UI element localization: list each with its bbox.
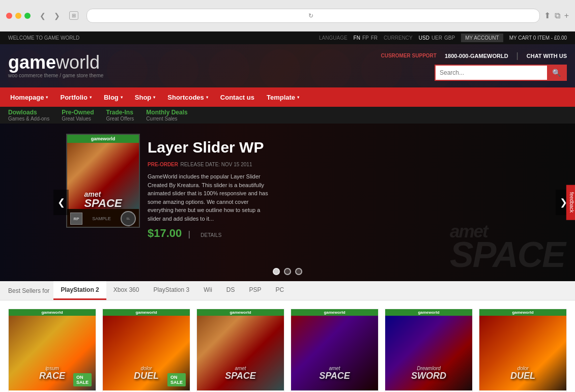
subnav-preowned-title: Pre-Owned xyxy=(62,109,94,116)
lang-fr-button[interactable]: FR xyxy=(371,35,378,41)
lang-fp-button[interactable]: FP xyxy=(362,35,369,41)
cart-button[interactable]: MY CART 0 ITEM - £0.00 xyxy=(509,35,567,41)
product-card-2[interactable]: gameworld dolorDUEL ONSALE PSP Fat Princ… xyxy=(102,309,190,392)
hero-dot-1[interactable] xyxy=(273,268,280,275)
game-box-image: amet SPACE xyxy=(67,143,139,209)
tab-xbox360[interactable]: Xbox 360 xyxy=(106,281,147,300)
my-account-button[interactable]: MY ACCOUNT xyxy=(461,34,503,42)
subnav-downloads[interactable]: Dowloads Games & Add-ons xyxy=(8,109,49,122)
nav-shop-label: Shop xyxy=(135,94,152,101)
tab-pc[interactable]: PC xyxy=(269,281,292,300)
maximize-dot[interactable] xyxy=(24,13,31,19)
hero-release-date: RELEASE DATE: NOV 15 2011 xyxy=(180,162,252,167)
tab-wii[interactable]: Wii xyxy=(196,281,219,300)
cover-sub-6: dolor xyxy=(510,366,535,371)
nav-shortcodes[interactable]: Shortcodes ▾ xyxy=(161,87,214,107)
support-number: 1800-000-GAMEWORLD xyxy=(445,53,508,59)
rating-badge: RP xyxy=(70,213,82,225)
browser-tabs-button[interactable]: ⊞ xyxy=(69,11,78,20)
product-card-6[interactable]: gameworld dolorDUEL 3Ds Zelda-A Link Bet… xyxy=(479,309,567,392)
browser-forward-button[interactable]: ❯ xyxy=(51,11,63,21)
cover-sub-4: amet xyxy=(319,366,350,371)
hero-dot-2[interactable] xyxy=(284,268,291,275)
currency-gbp-button[interactable]: GBP xyxy=(444,35,455,41)
tab-ps3[interactable]: PlayStation 3 xyxy=(146,281,196,300)
nav-portfolio-label: Portfolio xyxy=(60,94,87,101)
main-nav: Homepage ▾ Portfolio ▾ Blog ▾ Shop ▾ Sho… xyxy=(0,87,575,107)
nav-shop[interactable]: Shop ▾ xyxy=(129,87,162,107)
product-cover-1: gameworld ipsumRACE ONSALE xyxy=(9,309,96,390)
welcome-text: WELCOME TO GAME WORLD xyxy=(8,35,79,41)
browser-window-button[interactable]: ⧉ xyxy=(555,11,560,20)
browser-chrome: ❮ ❯ ⊞ ↻ ⬆ ⧉ + xyxy=(0,0,575,32)
template-arrow-icon: ▾ xyxy=(297,95,299,100)
sale-badge-1: ONSALE xyxy=(73,373,92,386)
logo-world: world xyxy=(56,52,100,73)
hero-price: $17.00 xyxy=(148,227,182,239)
search-input[interactable] xyxy=(436,66,547,79)
search-button[interactable]: 🔍 xyxy=(547,66,566,80)
browser-nav-buttons: ❮ ❯ xyxy=(37,11,63,21)
subnav-tradeins-desc: Great Offers xyxy=(106,116,134,122)
browser-address-bar[interactable]: ↻ xyxy=(87,9,540,23)
portfolio-arrow-icon: ▾ xyxy=(90,95,92,100)
product-card-1[interactable]: gameworld ipsumRACE ONSALE PSP Pixel Jun… xyxy=(8,309,96,392)
hero-dots xyxy=(273,268,302,275)
logo-text: gameworld xyxy=(8,53,103,72)
nav-template[interactable]: Template ▾ xyxy=(261,87,305,107)
cover-sub-2: dolor xyxy=(134,366,159,371)
homepage-arrow-icon: ▾ xyxy=(46,95,48,100)
browser-back-button[interactable]: ❮ xyxy=(37,11,49,21)
browser-share-button[interactable]: ⬆ xyxy=(544,11,551,20)
sample-label: SAMPLE xyxy=(92,216,111,221)
product-image-5: gameworld DreamlordSWORD xyxy=(385,309,472,390)
cover-text-2: dolorDUEL xyxy=(134,366,159,380)
tab-psp[interactable]: PSP xyxy=(242,281,269,300)
lang-fn-button[interactable]: FN xyxy=(354,35,360,41)
nav-portfolio[interactable]: Portfolio ▾ xyxy=(54,87,97,107)
subnav-downloads-title: Dowloads xyxy=(8,109,49,116)
header: gameworld woo commerce theme / game stor… xyxy=(0,44,575,87)
tab-ps2[interactable]: PlayStation 2 xyxy=(53,281,106,300)
product-card-5[interactable]: gameworld DreamlordSWORD 360 Legend of G… xyxy=(385,309,473,392)
hero-details-link[interactable]: DETAILS xyxy=(200,232,221,238)
minimize-dot[interactable] xyxy=(15,13,21,19)
subnav-preowned-desc: Great Values xyxy=(62,116,94,122)
sample-badge: SL xyxy=(121,211,136,226)
site: WELCOME TO GAME WORLD LANGUAGE FN FP FR … xyxy=(0,32,575,392)
hero-prev-button[interactable]: ❮ xyxy=(53,190,69,215)
product-cover-3: gameworld ametSPACE xyxy=(197,309,284,390)
chat-with-us-link[interactable]: CHAT WITH US xyxy=(527,53,567,59)
tab-ds[interactable]: DS xyxy=(219,281,242,300)
product-card-3[interactable]: gameworld ametSPACE 360 Perfect dark zer… xyxy=(196,309,284,392)
cover-text-3: ametSPACE xyxy=(225,366,256,380)
browser-action-buttons: ⬆ ⧉ + xyxy=(544,11,569,20)
currency-usd-button[interactable]: USD xyxy=(419,35,429,41)
language-label: LANGUAGE xyxy=(319,35,348,41)
product-cover-5: gameworld DreamlordSWORD xyxy=(385,309,472,390)
currency-uer-button[interactable]: UER xyxy=(432,35,442,41)
subnav-tradeins[interactable]: Trade-Ins Great Offers xyxy=(106,109,134,122)
hero-dot-3[interactable] xyxy=(295,268,302,275)
nav-blog[interactable]: Blog ▾ xyxy=(98,87,129,107)
subnav-deals[interactable]: Monthly Deals Current Sales xyxy=(146,109,187,122)
subnav-preowned[interactable]: Pre-Owned Great Values xyxy=(62,109,94,122)
hero-preorder-label: PRE-ORDER xyxy=(148,162,178,167)
products-grid: gameworld ipsumRACE ONSALE PSP Pixel Jun… xyxy=(0,300,575,392)
sub-nav: Dowloads Games & Add-ons Pre-Owned Great… xyxy=(0,107,575,124)
subnav-downloads-desc: Games & Add-ons xyxy=(8,116,49,122)
language-group: FN FP FR xyxy=(354,35,378,41)
browser-more-button[interactable]: + xyxy=(564,11,569,20)
product-card-4[interactable]: gameworld ametSPACE DS Pokemon Ranger xyxy=(291,309,379,392)
close-dot[interactable] xyxy=(6,13,12,19)
nav-contact[interactable]: Contact us xyxy=(214,87,261,107)
nav-homepage[interactable]: Homepage ▾ xyxy=(4,87,54,107)
hero-game-box: gameworld amet SPACE RP SAMPLE SL xyxy=(66,134,140,228)
feedback-tab[interactable]: feedback xyxy=(566,185,575,220)
product-brand-2: gameworld xyxy=(103,309,190,316)
shop-arrow-icon: ▾ xyxy=(153,95,155,100)
currency-label: CURRENCY xyxy=(384,35,413,41)
nav-template-label: Template xyxy=(267,94,295,101)
nav-contact-label: Contact us xyxy=(220,94,254,101)
nav-shortcodes-label: Shortcodes xyxy=(167,94,204,101)
